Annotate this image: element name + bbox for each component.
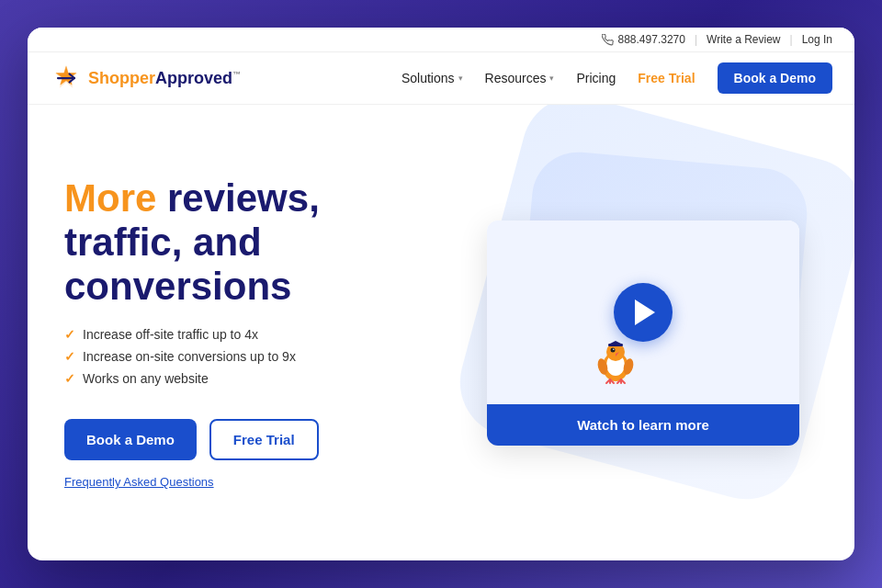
write-review-link[interactable]: Write a Review [707,33,780,46]
hero-section: More reviews,traffic, andconversions ✓ I… [28,105,854,560]
hero-book-demo-button[interactable]: Book a Demo [64,419,197,460]
checkmark-icon-1: ✓ [64,327,75,342]
nav-book-demo-button[interactable]: Book a Demo [718,62,832,94]
hero-right: Watch to learn more [469,123,818,542]
separator-1: | [695,33,697,46]
bullet-3: ✓ Works on any website [64,371,450,386]
video-watch-bar[interactable]: Watch to learn more [487,404,799,446]
nav-pricing[interactable]: Pricing [576,71,616,85]
video-card: Watch to learn more [487,220,799,446]
nav-free-trial[interactable]: Free Trial [638,71,695,85]
bullet-2: ✓ Increase on-site conversions up to 9x [64,349,450,364]
hero-left: More reviews,traffic, andconversions ✓ I… [64,123,469,542]
browser-frame: 888.497.3270 | Write a Review | Log In S… [28,28,854,560]
video-preview [487,220,799,404]
phone-icon [602,34,614,46]
hero-heading: More reviews,traffic, andconversions [64,176,450,310]
separator-2: | [790,33,793,46]
hero-bullets: ✓ Increase off-site traffic up to 4x ✓ I… [64,327,450,393]
logo-text: ShopperApproved™ [88,69,241,88]
checkmark-icon-2: ✓ [64,349,75,364]
logo-icon [50,62,83,95]
nav-solutions[interactable]: Solutions ▾ [401,71,463,85]
logo[interactable]: ShopperApproved™ [50,62,241,95]
top-bar: 888.497.3270 | Write a Review | Log In [28,28,854,52]
faq-link[interactable]: Frequently Asked Questions [64,475,450,489]
chevron-down-icon: ▾ [458,74,463,83]
svg-point-6 [611,347,616,352]
login-link[interactable]: Log In [802,33,832,46]
bullet-1: ✓ Increase off-site traffic up to 4x [64,327,450,342]
nav-resources[interactable]: Resources ▾ [485,71,555,85]
checkmark-icon-3: ✓ [64,371,75,386]
bird-mascot [588,332,643,395]
hero-free-trial-button[interactable]: Free Trial [209,419,319,460]
hero-actions: Book a Demo Free Trial [64,419,450,460]
chevron-down-icon: ▾ [549,74,554,83]
svg-point-7 [613,348,615,350]
nav-links: Solutions ▾ Resources ▾ Pricing Free Tri… [401,62,832,94]
play-button[interactable] [614,283,673,342]
play-triangle-icon [635,300,655,325]
phone-number: 888.497.3270 [602,33,685,46]
navbar: ShopperApproved™ Solutions ▾ Resources ▾… [28,52,854,105]
